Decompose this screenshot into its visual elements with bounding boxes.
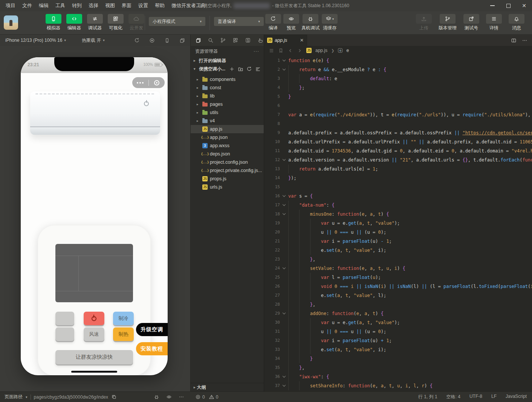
page-path-label[interactable]: 页面路径 <box>5 394 23 400</box>
code-line-5[interactable]: 5} <box>264 92 532 101</box>
hand-icon[interactable] <box>257 37 263 43</box>
code-line-34[interactable]: 34 } <box>264 354 532 363</box>
more-dots-icon[interactable] <box>132 82 148 84</box>
menu-帮助[interactable]: 帮助 <box>151 2 168 9</box>
multi-window-icon[interactable] <box>179 38 185 43</box>
code-line-18[interactable]: 18 minusOne: function(e, a, t) { <box>264 210 532 219</box>
code-line-24[interactable]: 24 setValue: function(e, a, t, u, i) { <box>264 264 532 273</box>
mode-button-模拟器[interactable]: 模拟器 <box>44 14 63 31</box>
miniprogram-capsule[interactable] <box>132 77 165 88</box>
folder-v4[interactable]: ▸v4 <box>191 117 264 125</box>
float-button-升级空调[interactable]: 升级空调 <box>136 323 168 336</box>
folder-components[interactable]: ▸components <box>191 75 264 84</box>
mode-button-可视化[interactable]: 可视化 <box>107 14 125 31</box>
menu-编辑[interactable]: 编辑 <box>35 2 52 9</box>
action-button-清缓存[interactable]: ▾清缓存 <box>322 14 338 31</box>
fold-icon[interactable] <box>280 56 288 65</box>
navigate-back-icon[interactable] <box>287 48 293 53</box>
close-button[interactable]: ✕ <box>516 0 532 11</box>
status-item[interactable]: 行 1, 列 1 <box>418 394 437 400</box>
code-line-6[interactable]: 6 <box>264 101 532 110</box>
five-icon[interactable] <box>245 37 251 43</box>
code-line-30[interactable]: 30 var u = e.get(a, t, "value"); <box>264 318 532 327</box>
action-button-版本管理[interactable]: 版本管理 <box>439 14 457 31</box>
code-line-16[interactable]: 16var s = { <box>264 192 532 201</box>
remote-button-blank1[interactable] <box>55 312 74 325</box>
code-line-13[interactable]: 13 return a.default.urls[e] = 1; <box>264 164 532 174</box>
action-button-详情[interactable]: 详情 <box>486 14 502 31</box>
more-actions-icon[interactable] <box>522 38 527 43</box>
fold-icon[interactable] <box>280 155 288 164</box>
record-icon[interactable] <box>149 38 155 43</box>
action-button-测试号[interactable]: 测试号 <box>463 14 479 31</box>
folder-pages[interactable]: ▸pages <box>191 100 264 108</box>
code-line-23[interactable]: 23 }, <box>264 255 532 264</box>
fold-icon[interactable] <box>280 372 288 381</box>
code-line-29[interactable]: 29 addOne: function(e, a, t) { <box>264 309 532 318</box>
collapse-all-icon[interactable] <box>255 66 261 72</box>
file-app.json[interactable]: {..}app.json <box>191 133 264 142</box>
share-button[interactable]: 让群友凉快凉快 <box>55 350 133 364</box>
menu-选择[interactable]: 选择 <box>85 2 102 9</box>
code-line-22[interactable]: 22 e.set(a, t, "value", i); <box>264 246 532 255</box>
hot-reload-toggle[interactable]: 热重载 开 ▾ <box>82 37 105 44</box>
copy-path-icon[interactable] <box>111 394 117 400</box>
code-line-32[interactable]: 32 var i = parseFloat(u) + 1; <box>264 336 532 345</box>
action-button-预览[interactable]: 预览 <box>283 14 299 31</box>
code-line-33[interactable]: 33 e.set(a, t, "value", i); <box>264 345 532 354</box>
menu-项目[interactable]: 项目 <box>2 2 19 9</box>
remote-button-blank2[interactable] <box>55 327 74 341</box>
split-editor-icon[interactable] <box>511 38 517 43</box>
code-line-28[interactable]: 28 }, <box>264 300 532 309</box>
fold-icon[interactable] <box>280 210 288 219</box>
remote-button-制热[interactable]: 制热 <box>113 327 134 341</box>
open-editors-section[interactable]: ▸ 打开的编辑器 <box>191 56 264 65</box>
float-button-安装教程[interactable]: 安装教程 <box>136 342 168 355</box>
code-line-8[interactable]: 8 <box>264 119 532 128</box>
more-icon[interactable] <box>179 394 184 400</box>
outline-section[interactable]: ▸ 大纲 <box>191 383 264 391</box>
file-app.wxss[interactable]: 3app.wxss <box>191 142 264 150</box>
code-line-31[interactable]: 31 u || 0 === u || (u = 0); <box>264 327 532 336</box>
code-area[interactable]: 1function e(e) {2 return e && e.__esModu… <box>264 55 532 391</box>
device-frame-icon[interactable] <box>164 38 170 43</box>
status-item[interactable]: LF <box>491 394 497 400</box>
menu-界面[interactable]: 界面 <box>118 2 135 9</box>
applet-mode-dropdown[interactable]: 小程序模式 ▾ <box>149 17 205 26</box>
menu-工具[interactable]: 工具 <box>52 2 69 9</box>
explorer-more-button[interactable]: ··· <box>254 49 259 54</box>
refresh-explorer-icon[interactable] <box>246 66 252 72</box>
code-line-3[interactable]: 3 default: e <box>264 74 532 83</box>
code-line-11[interactable]: 11a.default.uid = 1734536, a.default.gid… <box>264 146 532 155</box>
code-line-35[interactable]: 35 }, <box>264 363 532 372</box>
folder-utils[interactable]: ▸utils <box>191 108 264 117</box>
code-line-15[interactable]: 15 <box>264 183 532 192</box>
file-project.config.json[interactable]: {..}project.config.json <box>191 158 264 166</box>
file-urls.js[interactable]: JSurls.js <box>191 183 264 191</box>
breadcrumb-symbol[interactable]: e <box>346 48 349 53</box>
code-line-1[interactable]: 1function e(e) { <box>264 56 532 65</box>
fold-icon[interactable] <box>280 309 288 318</box>
menu-视图[interactable]: 视图 <box>102 2 118 9</box>
preview-icon[interactable] <box>166 394 172 400</box>
folder-lib[interactable]: ▸lib <box>191 92 264 100</box>
tab-app-js[interactable]: JS app.js ✕ <box>264 35 307 46</box>
code-line-25[interactable]: 25 var l = parseFloat(u); <box>264 273 532 282</box>
fold-icon[interactable] <box>280 201 288 210</box>
code-line-21[interactable]: 21 var i = parseFloat(u) - 1; <box>264 237 532 246</box>
code-line-4[interactable]: 4 }; <box>264 83 532 92</box>
debug-icon[interactable] <box>154 394 159 400</box>
action-button-编译[interactable]: 编译 <box>265 14 281 31</box>
tab-close-icon[interactable]: ✕ <box>300 38 304 43</box>
code-line-10[interactable]: 10a.default.urlPrefix = a.default.urlPre… <box>264 137 532 146</box>
file-app.js[interactable]: JSapp.js <box>191 125 264 133</box>
status-item[interactable]: JavaScript <box>506 394 527 400</box>
code-line-19[interactable]: 19 var u = e.get(a, t, "value"); <box>264 219 532 228</box>
project-section[interactable]: ▾ 便携空调小... <box>191 65 264 73</box>
code-line-26[interactable]: 26 void 0 === i || isNaN(i) || isNaN(l) … <box>264 282 532 291</box>
code-line-7[interactable]: 7var a = e(require("./v4/index")), t = e… <box>264 110 532 119</box>
code-line-17[interactable]: 17 "data-num": { <box>264 201 532 210</box>
search-icon[interactable] <box>208 37 214 43</box>
branch-icon[interactable] <box>220 37 226 43</box>
remote-button-风速[interactable]: 风速 <box>84 327 104 341</box>
